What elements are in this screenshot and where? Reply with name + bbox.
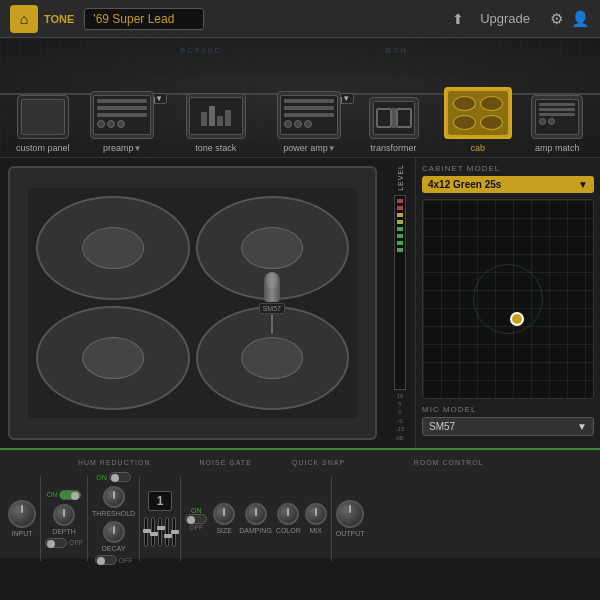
threshold-knob-label: THRESHOLD [92, 510, 135, 517]
output-knob-group: OUTPUT [336, 500, 365, 537]
chain-item-cab: cab [431, 87, 525, 153]
mini-fader-group [144, 517, 176, 547]
meter-seg-empty-3 [397, 269, 403, 273]
threshold-knob[interactable] [103, 486, 125, 508]
mic-model-label: MIC MODEL [422, 405, 594, 414]
chain-item-preamp: eq▼ preamp▼ [75, 91, 169, 153]
input-knob-label: INPUT [12, 530, 33, 537]
cab-view: SM57 [0, 158, 385, 448]
noise-gate-label: NOISE GATE [200, 459, 252, 466]
gate-off-label: OFF [119, 557, 133, 564]
mix-knob-group: MIX [305, 503, 327, 534]
output-knob[interactable] [336, 500, 364, 528]
chain-item-tone-stack: tone stack [169, 93, 263, 153]
upgrade-button[interactable]: Upgrade [480, 11, 530, 26]
tone-stack-label: tone stack [195, 143, 236, 153]
amp-match-label: amp match [535, 143, 580, 153]
transformer-component[interactable] [369, 97, 419, 139]
custom-panel-component[interactable] [17, 95, 69, 139]
cab-grid-circle [473, 264, 543, 334]
hum-off-toggle[interactable] [45, 538, 67, 548]
mic-stand-pole [271, 314, 273, 334]
chain-item-amp-match: amp match [525, 95, 590, 153]
sep-3 [139, 476, 140, 561]
mic-model-arrow: ▼ [577, 421, 587, 432]
cab-label: cab [470, 143, 485, 153]
speaker-1 [36, 196, 189, 300]
mix-knob-label: MIX [310, 527, 322, 534]
meter-seg-yellow [397, 213, 403, 217]
tone-stack-component[interactable] [186, 93, 246, 139]
hum-off-label: OFF [69, 539, 83, 546]
room-on-label: ON [191, 507, 202, 514]
meter-seg-red-2 [397, 206, 403, 210]
fader-1[interactable] [144, 517, 148, 547]
damping-knob[interactable] [245, 503, 267, 525]
decay-knob[interactable] [103, 521, 125, 543]
color-knob[interactable] [277, 503, 299, 525]
cab-grid-view[interactable] [422, 199, 594, 399]
meter-tick-labels: 15 5 0 -5 -15 dB [396, 392, 405, 442]
decay-knob-label: DECAY [102, 545, 126, 552]
gate-off-toggle[interactable] [95, 555, 117, 565]
depth-knob-label: DEPTH [52, 528, 76, 535]
right-panel: CABINET MODEL 4x12 Green 25s ▼ MIC MODEL… [415, 158, 600, 448]
mic-body[interactable] [264, 272, 280, 302]
speaker-cabinet: SM57 [8, 166, 377, 440]
amp-match-component[interactable] [531, 95, 583, 139]
input-knob[interactable] [8, 500, 36, 528]
transformer-label: transformer [371, 143, 417, 153]
fader-4[interactable] [165, 517, 169, 547]
gate-on-label: ON [96, 474, 107, 481]
preamp-component[interactable] [90, 91, 154, 139]
home-icon: ⌂ [20, 11, 28, 27]
quick-snap-section: QUICK SNAP [281, 451, 355, 469]
user-icon[interactable]: 👤 [571, 10, 590, 28]
cab-component[interactable] [444, 87, 512, 139]
speaker-3 [36, 306, 189, 410]
mic-model-selector[interactable]: SM57 ▼ [422, 417, 594, 436]
power-amp-component[interactable] [277, 91, 341, 139]
mix-knob[interactable] [305, 503, 327, 525]
hum-reduction-section: HUM REDUCTION [58, 451, 169, 469]
logo-text: TONE [44, 13, 74, 25]
home-button[interactable]: ⌂ [10, 5, 38, 33]
upload-icon[interactable]: ⬆ [452, 11, 464, 27]
fader-2[interactable] [151, 517, 155, 547]
depth-knob[interactable] [53, 504, 75, 526]
room-control-label: ROOM CONTROL [414, 459, 484, 466]
damping-knob-label: DAMPING [239, 527, 272, 534]
room-off-label: OFF [189, 524, 203, 531]
preamp-label: preamp▼ [103, 143, 141, 153]
room-control-group: ON OFF SIZE DAMPING COLOR MIX [185, 503, 327, 534]
meter-bar[interactable] [394, 195, 406, 390]
size-knob-label: SIZE [216, 527, 232, 534]
cabinet-model-name: 4x12 Green 25s [428, 179, 501, 190]
gear-icon[interactable]: ⚙ [550, 10, 563, 28]
hum-on-label: ON [47, 491, 58, 498]
gate-toggle[interactable] [109, 472, 131, 482]
cabinet-model-selector[interactable]: 4x12 Green 25s ▼ [422, 176, 594, 193]
fader-5[interactable] [172, 517, 176, 547]
noise-gate-section: NOISE GATE [170, 451, 281, 469]
custom-panel-label: custom panel [16, 143, 70, 153]
quick-snap-display[interactable]: 1 [148, 491, 172, 511]
quick-snap-group: 1 [144, 491, 176, 547]
damping-knob-group: DAMPING [239, 503, 272, 534]
chain-item-transformer: transformer [356, 97, 431, 153]
preset-name-input[interactable] [84, 8, 204, 30]
size-knob[interactable] [213, 503, 235, 525]
chain-item-custom-panel: custom panel [10, 95, 75, 153]
hum-reduction-group: ON DEPTH OFF [45, 490, 83, 548]
fader-3[interactable] [158, 517, 162, 547]
room-toggle[interactable] [185, 514, 207, 524]
quick-snap-label: QUICK SNAP [292, 459, 345, 466]
output-knob-label: OUTPUT [336, 530, 365, 537]
sep-4 [180, 476, 181, 561]
power-amp-label: power amp▼ [283, 143, 335, 153]
color-knob-label: COLOR [276, 527, 301, 534]
mic-stand: SM57 [259, 272, 285, 334]
hum-toggle[interactable] [59, 490, 81, 500]
bottom-controls: HUM REDUCTION NOISE GATE QUICK SNAP ROOM… [0, 448, 600, 558]
hum-reduction-label: HUM REDUCTION [78, 459, 151, 466]
